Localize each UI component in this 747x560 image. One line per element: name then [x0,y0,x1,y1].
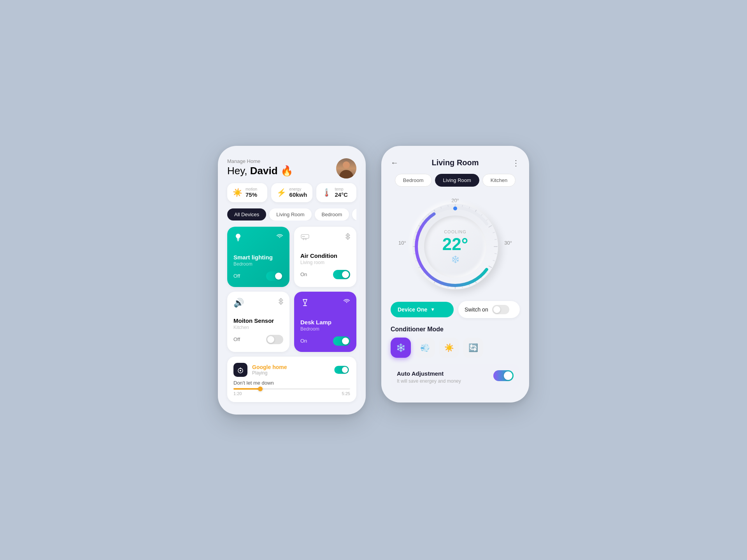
device-2-toggle[interactable] [266,335,283,344]
device-motion-sensor[interactable]: 🔊 Moiton Sensor Kitchen Off [227,292,289,352]
device-air-condition[interactable]: Air Condition Living room On [294,227,356,287]
device-selector-label: Device One [398,306,427,313]
device-selector-row: Device One ▼ Switch on [391,301,520,318]
device-desk-lamp[interactable]: Desk Lamp Bedroom On [294,292,356,352]
conditioner-section: Conditioner Mode ❄️ 💨 ☀️ 🔄 [391,326,520,358]
auto-title: Auto Adjustment [397,370,461,377]
motion-sensor-icon: 🔊 [233,298,244,308]
svg-rect-1 [237,240,239,241]
room-tab-bedroom[interactable]: Bedroom [395,174,432,187]
switch-on-toggle[interactable] [492,305,509,314]
phone-home: Manage Home Hey, David 🔥 ☀️ motion 75% ⚡… [218,146,366,415]
svg-line-18 [493,260,495,261]
snowflake-icon: ❄️ [451,255,459,264]
mode-buttons: ❄️ 💨 ☀️ 🔄 [391,338,520,358]
google-song: Don't let me down [233,380,350,386]
room-tab-living-room[interactable]: Living Room [435,174,479,187]
device-1-toggle[interactable] [333,270,350,279]
svg-line-13 [489,226,492,227]
svg-line-15 [494,239,496,240]
progress-fill [233,388,260,390]
cooling-label: COOLING [444,229,466,234]
device-3-room: Bedroom [300,326,350,332]
back-button[interactable]: ← [391,158,398,167]
stats-row: ☀️ motion 75% ⚡ energy 60kwh 🌡️ temp 24°… [227,183,356,202]
wifi-icon [276,233,283,240]
auto-adjustment-card: Auto Adjustment It will save energey and… [391,364,520,390]
device-selector-button[interactable]: Device One ▼ [391,302,454,317]
time-current: 1:20 [233,391,242,396]
temp-label: temp [335,187,348,191]
svg-rect-6 [240,368,241,369]
switch-label: Switch on [465,306,488,313]
device-0-name: Smart lighting [233,254,283,261]
thermostat[interactable]: // We'll generate ticks in the main scri… [412,204,498,289]
chevron-down-icon: ▼ [430,307,435,312]
conditioner-section-title: Conditioner Mode [391,326,520,333]
device-1-name: Air Condition [300,252,350,259]
room-tab-kitchen[interactable]: Kitchen [482,174,516,187]
device-0-status: Off [233,273,240,279]
google-brand1: Google [252,364,271,370]
svg-rect-3 [302,236,305,237]
tab-all-devices[interactable]: All Devices [227,208,266,220]
device-0-toggle[interactable] [266,271,283,281]
device-2-status: Off [233,336,240,342]
bt-icon-ac [345,233,350,242]
phone2-title: Living Room [431,158,479,167]
svg-point-5 [240,370,241,371]
progress-bar[interactable] [233,388,350,390]
temp-right: 30° [504,240,512,245]
device-grid: Smart lighting Bedroom Off [227,227,356,352]
phone2-header: ← Living Room ⋮ [391,158,520,168]
more-button[interactable]: ⋮ [512,158,520,168]
mode-sun-button[interactable]: ☀️ [439,338,459,358]
device-3-name: Desk Lamp [300,319,350,326]
phones-container: Manage Home Hey, David 🔥 ☀️ motion 75% ⚡… [218,146,529,415]
temperature-value: 22° [442,236,468,253]
device-0-room: Bedroom [233,261,283,267]
google-playing: Playing [252,370,287,376]
svg-rect-0 [237,239,239,240]
device-1-room: Living room [300,260,350,265]
device-3-toggle[interactable] [333,336,350,346]
avatar[interactable] [336,158,356,178]
bt-icon-motion [279,298,283,306]
wifi-icon-lamp [343,298,350,305]
tab-living-room[interactable]: Living Room [269,208,311,220]
ac-icon [300,233,310,243]
device-1-status: On [300,271,307,277]
motion-icon: ☀️ [233,188,242,197]
progress-knob[interactable] [258,387,263,391]
desk-lamp-icon [300,298,310,310]
auto-description: It will save energey and money [397,378,461,384]
energy-icon: ⚡ [277,188,286,197]
room-tabs: Bedroom Living Room Kitchen [391,174,520,187]
time-total: 5:25 [342,391,350,396]
mode-cool-button[interactable]: ❄️ [391,338,411,358]
device-smart-lighting[interactable]: Smart lighting Bedroom Off [227,227,289,287]
filter-tabs: All Devices Living Room Bedroom K... [227,208,356,220]
thermostat-inner: COOLING 22° ❄️ [424,215,486,278]
tab-bedroom[interactable]: Bedroom [315,208,349,220]
phone-living-room: ← Living Room ⋮ Bedroom Living Room Kitc… [381,146,529,402]
google-home-logo [233,363,247,377]
energy-label: energy [289,187,307,191]
mode-cycle-button[interactable]: 🔄 [463,338,483,358]
temp-icon: 🌡️ [322,188,331,197]
svg-line-19 [489,266,492,268]
progress-times: 1:20 5:25 [233,391,350,396]
energy-value: 60kwh [289,191,307,198]
stat-motion: ☀️ motion 75% [227,183,267,202]
device-2-name: Moiton Sensor [233,317,283,324]
stat-energy: ⚡ energy 60kwh [271,183,313,202]
mode-wind-button[interactable]: 💨 [415,338,435,358]
auto-adjustment-toggle[interactable] [493,370,514,381]
device-2-room: Kitchen [233,325,283,330]
google-home-toggle[interactable] [334,366,349,373]
stat-temp: 🌡️ temp 24°C [316,183,356,202]
tab-kitchen[interactable]: K... [352,208,356,220]
motion-label: motion [245,187,257,191]
manage-home-label: Manage Home [227,158,356,164]
svg-line-17 [494,253,496,254]
